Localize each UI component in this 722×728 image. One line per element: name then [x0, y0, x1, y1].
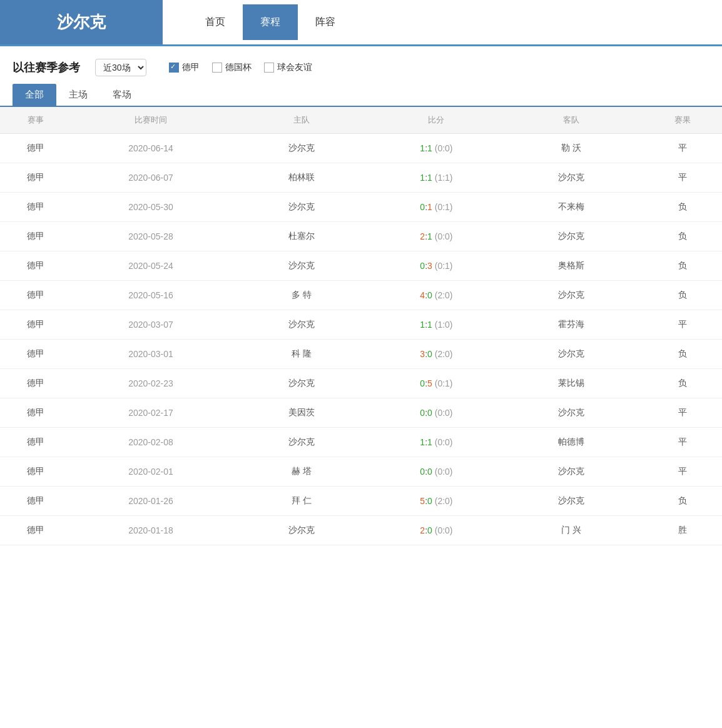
- header: 沙尔克 首页 赛程 阵容: [0, 0, 722, 46]
- cell-time: 2020-03-07: [71, 310, 230, 340]
- cell-time: 2020-02-17: [71, 398, 230, 428]
- cell-score: 0:0 (0:0): [373, 457, 500, 487]
- checkbox-dfb[interactable]: 德国杯: [212, 62, 252, 73]
- cell-time: 2020-02-23: [71, 369, 230, 398]
- cell-score: 4:0 (2:0): [373, 281, 500, 310]
- table-row: 德甲2020-01-26拜 仁5:0 (2:0)沙尔克负: [0, 487, 722, 516]
- checkbox-friendly[interactable]: 球会友谊: [264, 62, 312, 73]
- tab-away[interactable]: 客场: [100, 84, 144, 106]
- cell-away-team: 门 兴: [500, 516, 643, 545]
- cell-event: 德甲: [0, 310, 71, 340]
- cell-away-team: 沙尔克: [500, 457, 643, 487]
- checkbox-bundesliga[interactable]: 德甲: [169, 62, 200, 73]
- team-name: 沙尔克: [57, 11, 106, 33]
- col-result: 赛果: [643, 107, 722, 134]
- table-row: 德甲2020-05-16多 特4:0 (2:0)沙尔克负: [0, 281, 722, 310]
- tab-home[interactable]: 主场: [56, 84, 100, 106]
- cell-event: 德甲: [0, 251, 71, 281]
- cell-score: 0:3 (0:1): [373, 251, 500, 281]
- nav-schedule[interactable]: 赛程: [243, 4, 298, 40]
- filter-bar: 以往赛季参考 近30场 近10场 近20场 近50场 德甲 德国杯 球会友谊: [0, 46, 722, 84]
- nav-lineup[interactable]: 阵容: [298, 4, 353, 40]
- cell-away-team: 沙尔克: [500, 340, 643, 369]
- col-home: 主队: [230, 107, 373, 134]
- checkbox-bundesliga-label: 德甲: [182, 62, 200, 73]
- cell-home-team: 杜塞尔: [230, 222, 373, 251]
- cell-score: 1:1 (0:0): [373, 428, 500, 457]
- cell-away-team: 不来梅: [500, 193, 643, 222]
- cell-home-team: 美因茨: [230, 398, 373, 428]
- cell-event: 德甲: [0, 340, 71, 369]
- cell-time: 2020-02-08: [71, 428, 230, 457]
- cell-event: 德甲: [0, 516, 71, 545]
- cell-home-team: 沙尔克: [230, 134, 373, 163]
- cell-score: 0:0 (0:0): [373, 398, 500, 428]
- cell-time: 2020-06-07: [71, 163, 230, 193]
- col-score: 比分: [373, 107, 500, 134]
- cell-result: 负: [643, 222, 722, 251]
- table-row: 德甲2020-02-01赫 塔0:0 (0:0)沙尔克平: [0, 457, 722, 487]
- cell-home-team: 赫 塔: [230, 457, 373, 487]
- table-row: 德甲2020-03-07沙尔克1:1 (1:0)霍芬海平: [0, 310, 722, 340]
- cell-event: 德甲: [0, 281, 71, 310]
- cell-event: 德甲: [0, 457, 71, 487]
- checkbox-friendly-box: [264, 63, 274, 73]
- cell-home-team: 沙尔克: [230, 310, 373, 340]
- cell-time: 2020-03-01: [71, 340, 230, 369]
- cell-score: 1:1 (0:0): [373, 134, 500, 163]
- cell-result: 平: [643, 310, 722, 340]
- cell-home-team: 沙尔克: [230, 428, 373, 457]
- cell-home-team: 多 特: [230, 281, 373, 310]
- table-row: 德甲2020-02-17美因茨0:0 (0:0)沙尔克平: [0, 398, 722, 428]
- cell-away-team: 莱比锡: [500, 369, 643, 398]
- checkbox-bundesliga-box: [169, 63, 179, 73]
- team-title: 沙尔克: [0, 0, 163, 44]
- cell-home-team: 沙尔克: [230, 516, 373, 545]
- col-away: 客队: [500, 107, 643, 134]
- tab-bar: 全部 主场 客场: [0, 84, 722, 107]
- cell-home-team: 柏林联: [230, 163, 373, 193]
- table-row: 德甲2020-05-30沙尔克0:1 (0:1)不来梅负: [0, 193, 722, 222]
- cell-home-team: 科 隆: [230, 340, 373, 369]
- cell-time: 2020-05-28: [71, 222, 230, 251]
- cell-event: 德甲: [0, 369, 71, 398]
- cell-score: 1:1 (1:0): [373, 310, 500, 340]
- table-row: 德甲2020-05-24沙尔克0:3 (0:1)奥格斯负: [0, 251, 722, 281]
- cell-time: 2020-01-18: [71, 516, 230, 545]
- table-row: 德甲2020-03-01科 隆3:0 (2:0)沙尔克负: [0, 340, 722, 369]
- match-table: 赛事 比赛时间 主队 比分 客队 赛果 德甲2020-06-14沙尔克1:1 (…: [0, 107, 722, 545]
- cell-result: 负: [643, 487, 722, 516]
- cell-away-team: 奥格斯: [500, 251, 643, 281]
- cell-event: 德甲: [0, 222, 71, 251]
- cell-result: 平: [643, 398, 722, 428]
- tab-all[interactable]: 全部: [13, 84, 56, 106]
- col-time: 比赛时间: [71, 107, 230, 134]
- cell-home-team: 拜 仁: [230, 487, 373, 516]
- cell-score: 1:1 (1:1): [373, 163, 500, 193]
- cell-away-team: 沙尔克: [500, 163, 643, 193]
- filter-label: 以往赛季参考: [13, 60, 80, 75]
- match-count-select[interactable]: 近30场 近10场 近20场 近50场: [95, 59, 146, 76]
- cell-home-team: 沙尔克: [230, 369, 373, 398]
- cell-away-team: 沙尔克: [500, 281, 643, 310]
- cell-event: 德甲: [0, 134, 71, 163]
- cell-away-team: 帕德博: [500, 428, 643, 457]
- filter-checkboxes: 德甲 德国杯 球会友谊: [169, 62, 312, 73]
- cell-result: 负: [643, 251, 722, 281]
- cell-result: 负: [643, 369, 722, 398]
- cell-result: 负: [643, 193, 722, 222]
- cell-score: 5:0 (2:0): [373, 487, 500, 516]
- cell-score: 0:5 (0:1): [373, 369, 500, 398]
- cell-away-team: 勒 沃: [500, 134, 643, 163]
- cell-result: 负: [643, 281, 722, 310]
- cell-time: 2020-02-01: [71, 457, 230, 487]
- cell-away-team: 沙尔克: [500, 222, 643, 251]
- cell-time: 2020-05-30: [71, 193, 230, 222]
- checkbox-dfb-box: [212, 63, 222, 73]
- cell-event: 德甲: [0, 428, 71, 457]
- cell-event: 德甲: [0, 193, 71, 222]
- cell-event: 德甲: [0, 398, 71, 428]
- nav-home[interactable]: 首页: [188, 4, 243, 40]
- table-row: 德甲2020-05-28杜塞尔2:1 (0:0)沙尔克负: [0, 222, 722, 251]
- cell-result: 胜: [643, 516, 722, 545]
